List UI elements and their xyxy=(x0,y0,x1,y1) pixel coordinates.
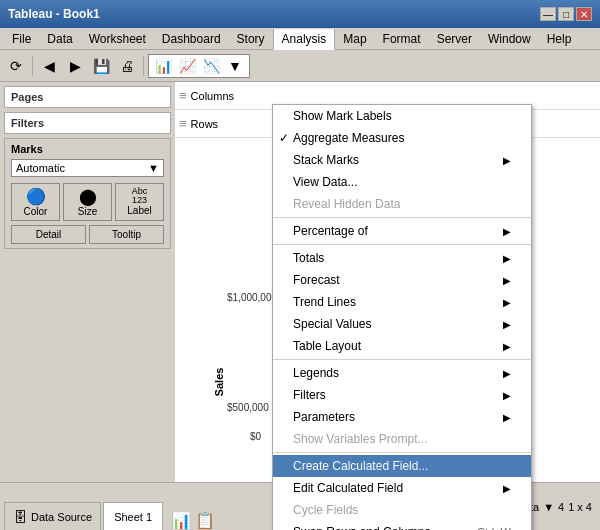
axis-label-bottom: $0 xyxy=(250,431,261,442)
toolbar-forward[interactable]: ▶ xyxy=(63,54,87,78)
rows-label: Rows xyxy=(191,118,219,130)
columns-icon: ≡ xyxy=(179,88,187,103)
menu-create-calculated-field[interactable]: Create Calculated Field... xyxy=(273,455,531,477)
toolbar-view2[interactable]: 📈 xyxy=(175,54,199,78)
size-button[interactable]: ⬤ Size xyxy=(63,183,112,221)
marks-type-dropdown[interactable]: Automatic ▼ xyxy=(11,159,164,177)
datasource-icon: 🗄 xyxy=(13,509,27,525)
sheet1-label: Sheet 1 xyxy=(114,511,152,523)
menu-analysis[interactable]: Analysis xyxy=(273,29,336,50)
axis-label-mid: $500,000 xyxy=(227,402,269,413)
trend-lines-label: Trend Lines xyxy=(293,295,356,309)
menu-map[interactable]: Map xyxy=(335,28,374,49)
edit-calc-arrow: ▶ xyxy=(503,483,511,494)
color-button[interactable]: 🔵 Color xyxy=(11,183,60,221)
data-size: 1 x 4 xyxy=(568,501,592,513)
trend-lines-arrow: ▶ xyxy=(503,297,511,308)
view-data-label: View Data... xyxy=(293,175,357,189)
main-content: Pages Filters Marks Automatic ▼ 🔵 Color … xyxy=(0,82,600,482)
pages-label: Pages xyxy=(11,91,43,103)
pages-section: Pages xyxy=(4,86,171,108)
toolbar-refresh[interactable]: ⟳ xyxy=(4,54,28,78)
menu-worksheet[interactable]: Worksheet xyxy=(81,28,154,49)
menu-file[interactable]: File xyxy=(4,28,39,49)
menu-help[interactable]: Help xyxy=(539,28,580,49)
menu-server[interactable]: Server xyxy=(429,28,480,49)
marks-section: Marks Automatic ▼ 🔵 Color ⬤ Size Abc123 … xyxy=(4,138,171,249)
menu-dashboard[interactable]: Dashboard xyxy=(154,28,229,49)
percentage-arrow: ▶ xyxy=(503,226,511,237)
menu-swap-rows-cols[interactable]: Swap Rows and Columns Ctrl+W xyxy=(273,521,531,530)
menu-parameters[interactable]: Parameters ▶ xyxy=(273,406,531,428)
reveal-hidden-label: Reveal Hidden Data xyxy=(293,197,400,211)
left-panel: Pages Filters Marks Automatic ▼ 🔵 Color … xyxy=(0,82,175,482)
sep4 xyxy=(273,452,531,453)
sep2 xyxy=(273,244,531,245)
data-dropdown[interactable]: ▼ xyxy=(543,501,554,513)
aggregate-measures-label: Aggregate Measures xyxy=(293,131,404,145)
marks-dropdown-arrow: ▼ xyxy=(148,162,159,174)
menu-table-layout[interactable]: Table Layout ▶ xyxy=(273,335,531,357)
label-text: Label xyxy=(127,205,151,216)
marks-row2: Detail Tooltip xyxy=(11,225,164,244)
filters-section: Filters xyxy=(4,112,171,134)
forecast-label: Forecast xyxy=(293,273,340,287)
tooltip-label: Tooltip xyxy=(112,229,141,240)
filters-label: Filters xyxy=(11,117,44,129)
menu-story[interactable]: Story xyxy=(229,28,273,49)
menu-stack-marks[interactable]: Stack Marks ▶ xyxy=(273,149,531,171)
minimize-button[interactable]: — xyxy=(540,7,556,21)
sep1 xyxy=(273,217,531,218)
axis-label-top: $1,000,000 xyxy=(227,292,277,303)
maximize-button[interactable]: □ xyxy=(558,7,574,21)
stack-marks-label: Stack Marks xyxy=(293,153,359,167)
filters-label: Filters xyxy=(293,388,326,402)
parameters-arrow: ▶ xyxy=(503,412,511,423)
close-button[interactable]: ✕ xyxy=(576,7,592,21)
toolbar-view1[interactable]: 📊 xyxy=(151,54,175,78)
filters-arrow: ▶ xyxy=(503,390,511,401)
datasource-tab[interactable]: 🗄 Data Source xyxy=(4,502,101,530)
new-sheet-icons: 📊 📋 xyxy=(163,511,223,530)
toolbar-view3[interactable]: 📉 xyxy=(199,54,223,78)
menu-filters[interactable]: Filters ▶ xyxy=(273,384,531,406)
menu-data[interactable]: Data xyxy=(39,28,80,49)
toolbar-print[interactable]: 🖨 xyxy=(115,54,139,78)
menu-window[interactable]: Window xyxy=(480,28,539,49)
new-sheet-icon2[interactable]: 📋 xyxy=(195,511,215,530)
sheet1-tab[interactable]: Sheet 1 xyxy=(103,502,163,530)
label-button[interactable]: Abc123 Label xyxy=(115,183,164,221)
sales-axis-label: Sales xyxy=(213,368,225,397)
marks-type-label: Automatic xyxy=(16,162,65,174)
menu-percentage-of[interactable]: Percentage of ▶ xyxy=(273,220,531,242)
percentage-of-label: Percentage of xyxy=(293,224,368,238)
menu-view-data[interactable]: View Data... xyxy=(273,171,531,193)
menu-special-values[interactable]: Special Values ▶ xyxy=(273,313,531,335)
menu-reveal-hidden: Reveal Hidden Data xyxy=(273,193,531,215)
size-label: Size xyxy=(78,206,97,217)
aggregate-checkmark: ✓ xyxy=(279,131,289,145)
menu-legends[interactable]: Legends ▶ xyxy=(273,362,531,384)
menu-forecast[interactable]: Forecast ▶ xyxy=(273,269,531,291)
menu-bar: File Data Worksheet Dashboard Story Anal… xyxy=(0,28,600,50)
create-calc-field-label: Create Calculated Field... xyxy=(293,459,428,473)
menu-aggregate-measures[interactable]: ✓ Aggregate Measures xyxy=(273,127,531,149)
toolbar-save[interactable]: 💾 xyxy=(89,54,113,78)
menu-totals[interactable]: Totals ▶ xyxy=(273,247,531,269)
size-icon: ⬤ xyxy=(79,187,97,206)
detail-label: Detail xyxy=(36,229,62,240)
toolbar-sep2 xyxy=(143,56,144,76)
toolbar-back[interactable]: ◀ xyxy=(37,54,61,78)
menu-trend-lines[interactable]: Trend Lines ▶ xyxy=(273,291,531,313)
detail-button[interactable]: Detail xyxy=(11,225,86,244)
toolbar-dropdown[interactable]: ▼ xyxy=(223,54,247,78)
legends-arrow: ▶ xyxy=(503,368,511,379)
menu-format[interactable]: Format xyxy=(375,28,429,49)
menu-show-mark-labels[interactable]: Show Mark Labels xyxy=(273,105,531,127)
stack-marks-arrow: ▶ xyxy=(503,155,511,166)
tooltip-button[interactable]: Tooltip xyxy=(89,225,164,244)
menu-edit-calculated-field[interactable]: Edit Calculated Field ▶ xyxy=(273,477,531,499)
new-sheet-icon1[interactable]: 📊 xyxy=(171,511,191,530)
marks-label: Marks xyxy=(11,143,164,155)
rows-icon: ≡ xyxy=(179,116,187,131)
